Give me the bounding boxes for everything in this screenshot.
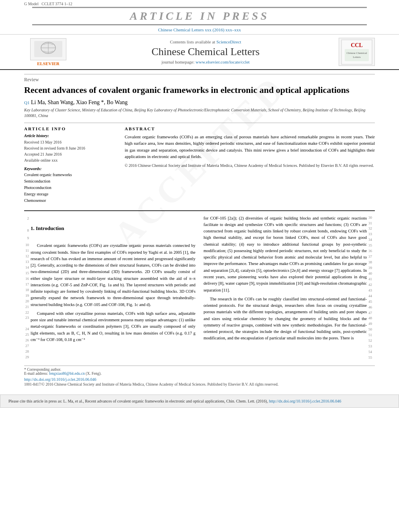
kw4: Energy storage <box>24 191 117 197</box>
abstract-col: ABSTRACT Covalent organic frameworks (CO… <box>125 126 375 204</box>
article-info-col: ARTICLE INFO Article history: Received 1… <box>24 126 117 204</box>
kw1: Covalent organic frameworks <box>24 172 117 178</box>
contents-line: Contents lists available at ScienceDirec… <box>72 39 339 44</box>
kw3: Photoconduction <box>24 185 117 191</box>
received-date: Received 13 May 2016 <box>24 139 117 145</box>
top-banner: G Model CCLET 3774 1–12 ARTICLE IN PRESS… <box>0 0 399 35</box>
journal-header: ELSEVIER Contents lists available at Sci… <box>0 35 399 70</box>
doi-link[interactable]: http://dx.doi.org/10.1016/j.cclet.2016.0… <box>24 377 97 382</box>
bottom-cite-bar: Please cite this article in press as: L.… <box>0 394 399 408</box>
article-in-press-banner: ARTICLE IN PRESS <box>32 7 367 25</box>
corresponding-author: * Corresponding author. <box>24 368 375 372</box>
line-numbers-left: 2 <box>24 215 31 222</box>
ccl-logo: CCL Chinese Chemical Letters <box>339 38 375 66</box>
intro-left-text: Covalent organic frameworks (COFs) are c… <box>31 242 195 360</box>
intro-title: 1. Introduction <box>31 225 195 232</box>
homepage-link[interactable]: www.elsevier.com/locate/cclet <box>195 60 249 64</box>
bottom-doi-link[interactable]: http://dx.doi.org/10.1016/j.cclet.2016.0… <box>269 399 341 403</box>
kw5: Chemosensor <box>24 197 117 204</box>
keywords-label: Keywords: <box>24 166 117 171</box>
available-online: Available online xxx <box>24 157 117 163</box>
elsevier-image <box>30 38 66 60</box>
sciencedirect-link[interactable]: ScienceDirect <box>216 39 241 44</box>
elsevier-logo-area: ELSEVIER <box>24 38 72 66</box>
article-title: Recent advances of covalent organic fram… <box>24 84 375 96</box>
line-numbers-body-right: 3031323334 3536373839 4041424344 4546474… <box>367 215 375 361</box>
svg-text:Letters: Letters <box>353 55 361 59</box>
copyright-text: © 2016 Chinese Chemical Society and Inst… <box>125 162 375 168</box>
review-label: Review <box>24 74 375 83</box>
intro-section: 2 8 9 <box>24 210 375 361</box>
keywords-section: Keywords: Covalent organic frameworks Se… <box>24 166 117 204</box>
history-label: Article history: <box>24 134 117 138</box>
main-content: Review Recent advances of covalent organ… <box>0 70 399 390</box>
abstract-text: Covalent organic frameworks (COFs) as an… <box>125 134 375 160</box>
line-num-col-left: 8 9 <box>24 225 31 243</box>
kw2: Semiconduction <box>24 178 117 185</box>
info-abstract-section: ARTICLE INFO Article history: Received 1… <box>24 123 375 204</box>
revised-date: Received in revised form 8 June 2016 <box>24 145 117 151</box>
gmodel-line: G Model CCLET 3774 1–12 <box>0 2 399 6</box>
svg-rect-6 <box>345 49 369 61</box>
svg-text:CCL: CCL <box>351 42 363 48</box>
accepted-date: Accepted 21 June 2016 <box>24 151 117 157</box>
authors-line: Q1 Li Ma, Shan Wang, Xiao Feng *, Bo Wan… <box>24 99 375 106</box>
doi-line: http://dx.doi.org/10.1016/j.cclet.2016.0… <box>24 377 375 382</box>
affiliation: Key Laboratory of Cluster Science, Minis… <box>24 107 375 119</box>
abstract-heading: ABSTRACT <box>125 126 375 131</box>
email-link[interactable]: fengxiao86@bit.edu.cn <box>49 372 85 376</box>
issn-line: 1001-8417/© 2016 Chinese Chemical Societ… <box>24 382 375 386</box>
cite-text: Please cite this article in press as: L.… <box>8 399 268 403</box>
authors-text: Li Ma, Shan Wang, Xiao Feng *, Bo Wang <box>31 99 128 105</box>
svg-text:Chinese Chemical: Chinese Chemical <box>346 51 367 55</box>
email-line: E-mail address: fengxiao86@bit.edu.cn (X… <box>24 372 375 376</box>
line-numbers-body-left: 1011121314 1516171819 20212223 242526272… <box>24 242 31 360</box>
journal-homepage: journal homepage: www.elsevier.com/locat… <box>72 60 339 64</box>
journal-name: Chinese Chemical Letters <box>72 46 339 58</box>
elsevier-text: ELSEVIER <box>37 61 60 66</box>
q1-badge: Q1 <box>24 100 29 105</box>
journal-center: Contents lists available at ScienceDirec… <box>72 39 339 64</box>
article-info-heading: ARTICLE INFO <box>24 126 117 131</box>
footnote-section: * Corresponding author. E-mail address: … <box>24 366 375 376</box>
cite-line: Chinese Chemical Letters xxx (2016) xxx–… <box>0 26 399 33</box>
intro-right-text: for COF-105 [2a]); (2) diversities of or… <box>204 215 367 361</box>
